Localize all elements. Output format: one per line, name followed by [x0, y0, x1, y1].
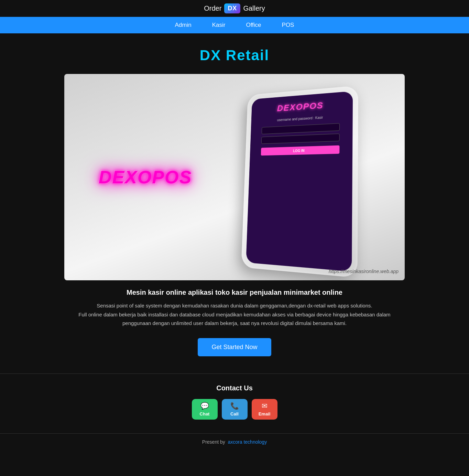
get-started-button[interactable]: Get Started Now — [198, 338, 271, 356]
header-order-text: Order — [204, 4, 221, 12]
footer-present-text: Present by axcora technology — [202, 439, 267, 445]
phone-screen: DEXOPOS username and password : Kasir LO… — [246, 91, 353, 272]
call-icon: 📞 — [230, 402, 239, 410]
phone-brand-text: DEXOPOS — [277, 100, 324, 113]
nav-item-office[interactable]: Office — [246, 22, 261, 29]
contact-title: Contact Us — [216, 384, 253, 392]
nav-item-pos[interactable]: POS — [282, 22, 294, 29]
header-gallery-text: Gallery — [243, 4, 265, 12]
footer: Present by axcora technology — [0, 434, 469, 450]
description-title: Mesin kasir online aplikasi toko kasir p… — [64, 289, 405, 296]
call-label: Call — [230, 411, 239, 416]
email-button[interactable]: ✉ Email — [252, 399, 277, 420]
footer-link[interactable]: axcora technology — [228, 439, 267, 445]
email-label: Email — [259, 411, 271, 416]
chat-label: Chat — [200, 411, 210, 416]
page-title: DX Retail — [200, 47, 269, 64]
dexopos-glow-text: DEXOPOS — [99, 167, 192, 187]
desc-body-2: Full online dalam bekerja baik installas… — [78, 312, 390, 326]
call-button[interactable]: 📞 Call — [222, 399, 248, 420]
main-content: DX Retail DEXOPOS DEXOPOS username and p… — [0, 33, 469, 374]
phone-login-button: LOG IN — [261, 145, 340, 156]
email-icon: ✉ — [262, 402, 268, 410]
contact-buttons-group: 💬 Chat 📞 Call ✉ Email — [192, 399, 277, 420]
description-section: Mesin kasir online aplikasi toko kasir p… — [64, 280, 405, 374]
contact-section: Contact Us 💬 Chat 📞 Call ✉ Email — [0, 374, 469, 433]
nav-item-kasir[interactable]: Kasir — [212, 22, 226, 29]
description-body: Sensasi point of sale system dengan kemu… — [64, 301, 405, 328]
phone-username-field — [262, 123, 340, 134]
phone-login-label: LOG IN — [293, 149, 304, 153]
chat-button[interactable]: 💬 Chat — [192, 399, 218, 420]
desc-body-1: Sensasi point of sale system dengan kemu… — [97, 303, 372, 309]
header-dx-badge: DX — [224, 3, 240, 13]
header: Order DX Gallery — [0, 0, 469, 17]
phone-password-field — [261, 133, 340, 144]
nav-item-admin[interactable]: Admin — [175, 22, 192, 29]
hero-url-text: https://mesinkasironline.web.app — [329, 269, 399, 274]
phone-outer: DEXOPOS username and password : Kasir LO… — [241, 86, 358, 278]
chat-icon: 💬 — [200, 402, 209, 410]
phone-mockup: DEXOPOS username and password : Kasir LO… — [241, 86, 358, 278]
hero-image: DEXOPOS DEXOPOS username and password : … — [64, 74, 405, 280]
main-nav: Admin Kasir Office POS — [0, 17, 469, 33]
phone-subtitle-text: username and password : Kasir — [277, 116, 323, 122]
